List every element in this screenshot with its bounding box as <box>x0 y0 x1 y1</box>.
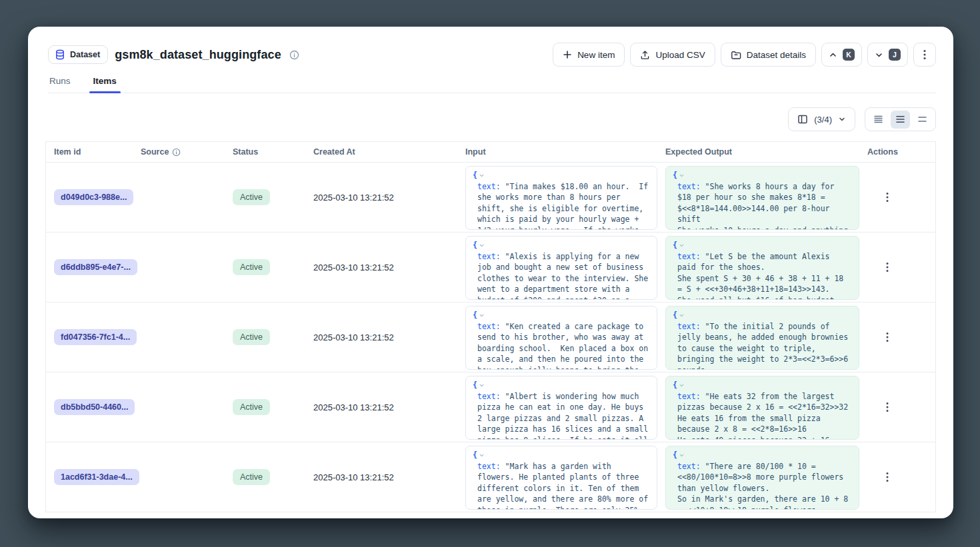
collapse-chevron-icon[interactable] <box>679 382 685 388</box>
created-at-value: 2025-03-10 13:21:52 <box>313 263 394 273</box>
next-item-button[interactable]: J <box>867 43 908 67</box>
input-json-box[interactable]: { text: "Tina makes $18.00 an hour. If s… <box>465 166 657 230</box>
table-row: d049d0c3-988e... Active 2025-03-10 13:21… <box>46 163 935 233</box>
created-at-value: 2025-03-10 13:21:52 <box>313 472 394 482</box>
status-badge: Active <box>233 189 270 205</box>
columns-selector-button[interactable]: (3/4) <box>788 107 855 131</box>
dataset-type-badge: Dataset <box>48 45 108 64</box>
created-at-value: 2025-03-10 13:21:52 <box>313 332 394 342</box>
row-actions-button[interactable] <box>878 398 897 416</box>
chevron-down-icon <box>838 115 846 123</box>
source-info-icon[interactable] <box>172 148 181 157</box>
table-row: d6ddb895-e4e7-... Active 2025-03-10 13:2… <box>46 233 935 302</box>
shortcut-j-badge: J <box>889 49 901 61</box>
expected-output-json-box[interactable]: { text: "Let S be the amount Alexis paid… <box>665 236 859 300</box>
collapse-chevron-icon[interactable] <box>679 173 685 179</box>
folder-icon <box>731 50 741 60</box>
collapse-chevron-icon[interactable] <box>479 243 485 249</box>
dataset-page-card: Dataset gsm8k_dataset_huggingface New it… <box>28 27 953 518</box>
status-badge: Active <box>233 329 270 345</box>
item-id-pill[interactable]: 1acd6f31-3dae-4... <box>54 469 139 485</box>
input-text: "Alexis is applying for a new job and bo… <box>477 252 653 300</box>
source-cell <box>133 442 225 512</box>
table-header-row: Item id Source Status Created At Input E… <box>46 142 935 163</box>
upload-icon <box>640 50 650 60</box>
header-actions: New item Upload CSV Dataset details <box>553 43 936 67</box>
collapse-chevron-icon[interactable] <box>479 312 485 318</box>
collapse-chevron-icon[interactable] <box>479 382 485 388</box>
row-height-medium-button[interactable] <box>891 111 910 129</box>
source-cell <box>133 163 225 232</box>
item-id-pill[interactable]: db5bbd50-4460... <box>54 399 135 415</box>
expected-output-json-box[interactable]: { text: "There are 80/100 * 10 = <<80/10… <box>665 446 859 510</box>
collapse-chevron-icon[interactable] <box>679 312 685 318</box>
expected-output-json-box[interactable]: { text: "She works 8 hours a day for $18… <box>665 166 859 230</box>
expected-output-text: "She works 8 hours a day for $18 per hou… <box>677 182 853 231</box>
col-header-expected-output[interactable]: Expected Output <box>657 147 859 157</box>
item-id-pill[interactable]: fd047356-7fc1-4... <box>54 329 137 345</box>
table-row: db5bbd50-4460... Active 2025-03-10 13:21… <box>46 372 935 442</box>
row-actions-button[interactable] <box>878 188 897 207</box>
dataset-details-label: Dataset details <box>747 50 806 60</box>
col-header-item-id[interactable]: Item id <box>46 147 133 157</box>
expected-output-text: "Let S be the amount Alexis paid for the… <box>677 252 848 300</box>
input-json-box[interactable]: { text: "Ken created a care package to s… <box>465 306 657 370</box>
upload-csv-label: Upload CSV <box>655 50 705 60</box>
expected-output-text: "To the initial 2 pounds of jelly beans,… <box>677 322 853 370</box>
new-item-label: New item <box>577 50 615 60</box>
items-table: Item id Source Status Created At Input E… <box>45 141 936 512</box>
col-header-actions: Actions <box>859 147 935 157</box>
row-height-large-button[interactable] <box>913 111 932 129</box>
row-height-toggle-group <box>865 107 936 131</box>
row-height-small-button[interactable] <box>869 111 888 129</box>
input-json-box[interactable]: { text: "Mark has a garden with flowers.… <box>465 446 657 510</box>
status-badge: Active <box>233 259 270 275</box>
plus-icon <box>563 50 572 59</box>
source-cell <box>133 233 225 302</box>
source-cell <box>133 372 225 442</box>
col-header-input[interactable]: Input <box>457 147 657 157</box>
item-id-pill[interactable]: d049d0c3-988e... <box>54 189 133 205</box>
input-text: "Tina makes $18.00 an hour. If she works… <box>477 182 653 231</box>
collapse-chevron-icon[interactable] <box>679 452 685 458</box>
row-actions-button[interactable] <box>878 258 897 276</box>
kebab-menu-icon <box>923 49 926 60</box>
input-json-box[interactable]: { text: "Alexis is applying for a new jo… <box>465 236 657 300</box>
chevron-down-icon <box>875 51 883 59</box>
collapse-chevron-icon[interactable] <box>479 452 485 458</box>
row-actions-button[interactable] <box>878 468 897 486</box>
collapse-chevron-icon[interactable] <box>479 173 485 179</box>
input-json-box[interactable]: { text: "Albert is wondering how much pi… <box>465 376 657 440</box>
chevron-up-icon <box>829 51 837 59</box>
dataset-details-button[interactable]: Dataset details <box>721 43 816 67</box>
expected-output-json-box[interactable]: { text: "He eats 32 from the largest piz… <box>665 376 859 440</box>
table-row: 1acd6f31-3dae-4... Active 2025-03-10 13:… <box>46 442 935 512</box>
tab-items[interactable]: Items <box>92 76 118 93</box>
new-item-button[interactable]: New item <box>553 43 625 67</box>
col-header-source[interactable]: Source <box>133 147 225 157</box>
upload-csv-button[interactable]: Upload CSV <box>630 43 715 67</box>
input-text: "Ken created a care package to send to h… <box>477 322 653 370</box>
collapse-chevron-icon[interactable] <box>679 243 685 249</box>
expected-output-json-box[interactable]: { text: "To the initial 2 pounds of jell… <box>665 306 859 370</box>
status-badge: Active <box>233 399 270 415</box>
row-actions-button[interactable] <box>878 328 897 346</box>
prev-item-button[interactable]: K <box>821 43 862 67</box>
status-badge: Active <box>233 469 270 485</box>
page-header: Dataset gsm8k_dataset_huggingface New it… <box>28 27 953 67</box>
header-more-menu-button[interactable] <box>913 43 936 67</box>
source-cell <box>133 302 225 372</box>
tab-runs[interactable]: Runs <box>48 76 72 93</box>
database-icon <box>55 49 65 60</box>
input-text: "Mark has a garden with flowers. He plan… <box>477 462 653 510</box>
table-toolbar: (3/4) <box>28 107 953 131</box>
created-at-value: 2025-03-10 13:21:52 <box>313 193 394 203</box>
item-id-pill[interactable]: d6ddb895-e4e7-... <box>54 259 137 275</box>
col-header-created-at[interactable]: Created At <box>305 147 457 157</box>
expected-output-text: "He eats 32 from the largest pizzas beca… <box>677 392 848 440</box>
title-info-icon[interactable] <box>289 50 299 60</box>
tabs-bar: Runs Items <box>28 76 953 93</box>
input-text: "Albert is wondering how much pizza he c… <box>477 392 653 440</box>
col-header-status[interactable]: Status <box>225 147 305 157</box>
dataset-badge-label: Dataset <box>70 50 100 59</box>
